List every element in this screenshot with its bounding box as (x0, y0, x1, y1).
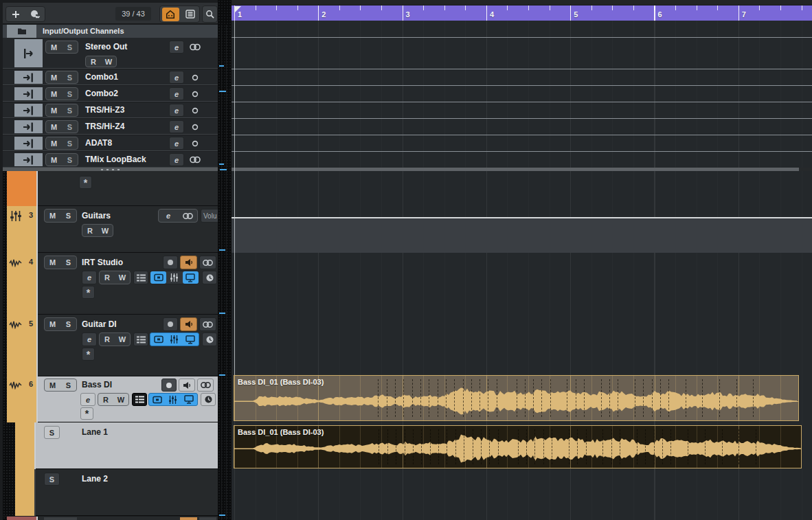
track-visibility-config-button[interactable] (181, 6, 199, 22)
warp-marker[interactable] (395, 379, 396, 417)
monitor-screen-button[interactable] (183, 271, 199, 284)
time-base-button[interactable] (202, 271, 217, 284)
edit-channel-button[interactable]: e (82, 332, 97, 346)
solo-button[interactable]: S (60, 379, 76, 391)
ruler[interactable]: 1234567 (232, 5, 812, 21)
warp-marker[interactable] (454, 379, 455, 417)
event-display[interactable]: 1234567 Bass DI_01 (Bass DI-03) (232, 0, 812, 520)
time-base-button[interactable] (202, 332, 217, 346)
warp-marker[interactable] (405, 429, 405, 464)
warp-marker[interactable] (670, 429, 671, 464)
routing-button[interactable] (150, 333, 166, 346)
warp-marker[interactable] (497, 379, 497, 417)
audio-clip-bass-di-lane[interactable]: Bass DI_01 (Bass DI-03) (234, 425, 802, 468)
channel-name[interactable]: Stereo Out (85, 42, 127, 52)
monitor-button[interactable] (180, 256, 197, 269)
warp-marker[interactable] (654, 429, 655, 464)
io-channels-header[interactable]: Input/Output Channels (3, 25, 218, 38)
channel-name[interactable]: Combo2 (85, 89, 118, 98)
lane-solo-button[interactable]: S (44, 473, 60, 486)
mute-button[interactable]: M (46, 137, 62, 149)
warp-marker[interactable] (702, 379, 703, 417)
solo-button[interactable]: S (60, 318, 76, 330)
lane-name[interactable]: Lane 2 (82, 474, 108, 484)
solo-button[interactable]: S (62, 71, 78, 83)
track-name[interactable]: Bass DI (82, 380, 112, 389)
warp-marker[interactable] (620, 429, 620, 464)
warp-marker[interactable] (652, 379, 653, 417)
warp-marker[interactable] (403, 379, 404, 417)
channel-row-adat8[interactable]: M S ADAT8 e (3, 135, 218, 151)
channel-row-combo2[interactable]: M S Combo2 e (3, 86, 218, 102)
warp-marker[interactable] (379, 429, 379, 464)
guitars-track-lane[interactable] (232, 218, 812, 253)
freeze-button[interactable]: * (79, 176, 92, 189)
channel-row-trs-hi-z4[interactable]: M S TRS/Hi-Z4 e (3, 119, 218, 135)
solo-button[interactable]: S (62, 121, 78, 133)
warp-marker[interactable] (517, 379, 517, 417)
channel-name[interactable]: TMix LoopBack (85, 155, 146, 164)
edit-channel-button[interactable]: e (169, 137, 184, 150)
warp-marker[interactable] (463, 379, 464, 417)
track-name[interactable]: IRT Studio (82, 258, 123, 267)
show-lanes-button[interactable] (133, 332, 148, 346)
warp-marker[interactable] (738, 429, 739, 464)
automation-parameter-display[interactable]: Volu (201, 209, 220, 223)
warp-marker[interactable] (688, 429, 688, 464)
warp-marker[interactable] (602, 429, 603, 464)
time-base-button[interactable] (201, 393, 216, 406)
warp-marker[interactable] (550, 379, 551, 417)
routing-button[interactable] (149, 394, 165, 405)
warp-marker[interactable] (662, 429, 663, 464)
edit-channel-button[interactable]: e (169, 87, 184, 100)
track-row-partial[interactable]: * (3, 171, 218, 206)
warp-marker[interactable] (438, 379, 438, 417)
edit-channel-button[interactable]: e (169, 71, 184, 84)
warp-marker[interactable] (637, 429, 638, 464)
mute-button[interactable]: M (46, 104, 62, 116)
warp-marker[interactable] (643, 379, 644, 417)
find-track-button[interactable] (203, 6, 217, 22)
track-color-strip[interactable] (7, 171, 36, 206)
channel-row-tmix-loopback[interactable]: M S TMix LoopBack e (3, 152, 218, 168)
io-folder-tab[interactable] (7, 25, 36, 38)
edit-channel-button[interactable]: e (169, 153, 184, 166)
freeze-button[interactable]: * (82, 286, 95, 299)
solo-button[interactable]: S (60, 210, 76, 222)
solo-button[interactable]: S (62, 41, 78, 53)
warp-marker[interactable] (455, 429, 456, 464)
solo-button[interactable]: S (62, 104, 78, 116)
read-automation-button[interactable]: R (82, 225, 98, 236)
channel-name[interactable]: TRS/Hi-Z3 (85, 105, 124, 115)
warp-marker[interactable] (489, 429, 490, 464)
channel-strip-button[interactable] (166, 271, 182, 284)
mute-button[interactable]: M (46, 121, 62, 133)
solo-button[interactable]: S (62, 137, 78, 149)
warp-marker[interactable] (753, 379, 754, 417)
record-enable-button[interactable] (163, 256, 178, 269)
record-enable-button[interactable] (163, 317, 178, 331)
warp-marker[interactable] (609, 379, 610, 417)
warp-marker[interactable] (429, 379, 429, 417)
warp-marker[interactable] (719, 379, 720, 417)
write-automation-button[interactable]: W (115, 333, 130, 346)
warp-marker[interactable] (396, 429, 396, 464)
warp-marker[interactable] (447, 429, 447, 464)
warp-marker[interactable] (488, 379, 488, 417)
warp-marker[interactable] (645, 429, 646, 464)
track-name[interactable]: Guitars (82, 211, 111, 221)
track-color-strip[interactable]: 4 (7, 253, 36, 315)
edit-channel-button[interactable]: e (159, 210, 178, 222)
track-row-bass-di[interactable]: 6 M S Bass DI (3, 376, 218, 422)
channel-row-trs-hi-z3[interactable]: M S TRS/Hi-Z3 e (3, 102, 218, 118)
warp-marker[interactable] (705, 429, 706, 464)
audio-clip-bass-di[interactable]: Bass DI_01 (Bass DI-03) (234, 375, 799, 421)
lane-name[interactable]: Lane 1 (82, 427, 108, 437)
warp-marker[interactable] (421, 429, 422, 464)
warp-marker[interactable] (498, 429, 499, 464)
mute-button[interactable]: M (45, 210, 60, 222)
warp-marker[interactable] (480, 379, 480, 417)
edit-channel-button[interactable]: e (80, 393, 95, 406)
warp-marker[interactable] (668, 379, 669, 417)
lane-row-2[interactable]: S Lane 2 (3, 469, 218, 516)
